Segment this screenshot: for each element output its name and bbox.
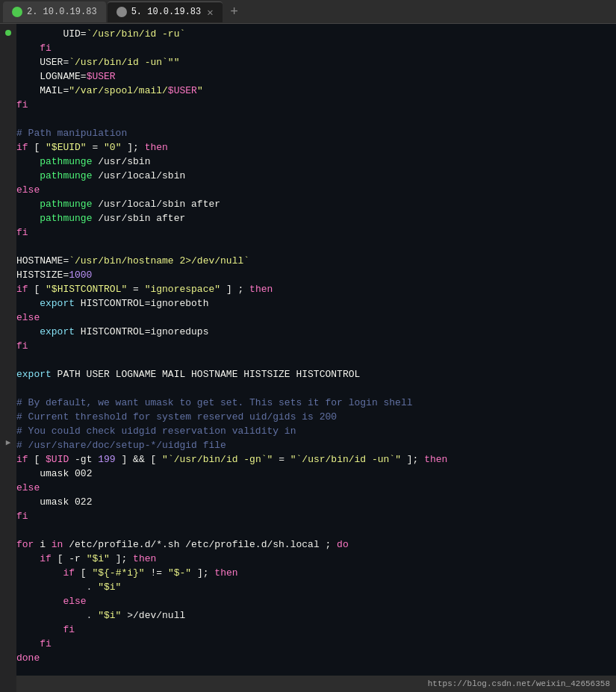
check-indicator bbox=[5, 30, 11, 36]
code-line bbox=[16, 381, 616, 396]
code-line: fi bbox=[16, 637, 616, 651]
code-line: umask 002 bbox=[16, 467, 616, 481]
code-line: # /usr/share/doc/setup-*/uidgid file bbox=[16, 438, 616, 452]
code-line: export HISTCONTROL=ignoredups bbox=[16, 325, 616, 339]
code-line: HOSTNAME=`/usr/bin/hostname 2>/dev/null` bbox=[16, 254, 616, 268]
tab-bar: 2. 10.0.19.83 5. 10.0.19.83 ✕ + bbox=[0, 0, 616, 24]
code-line: # Path manipulation bbox=[16, 126, 616, 140]
code-line: fi bbox=[16, 225, 616, 240]
code-line: pathmunge /usr/sbin bbox=[16, 155, 616, 169]
status-url: https://blog.csdn.net/weixin_42656358 bbox=[428, 679, 610, 688]
code-line: else bbox=[16, 594, 616, 608]
tab-2-icon bbox=[116, 7, 127, 17]
main-container: ▶ UID=`/usr/bin/id -ru` fi USER=`/usr/bi… bbox=[0, 24, 616, 692]
status-bar: https://blog.csdn.net/weixin_42656358 bbox=[16, 676, 616, 692]
code-line: fi bbox=[16, 623, 616, 637]
code-line: # By default, we want umask to get set. … bbox=[16, 396, 616, 410]
code-line: if [ -r "$i" ]; then bbox=[16, 552, 616, 566]
code-line: if [ $UID -gt 199 ] && [ "`/usr/bin/id -… bbox=[16, 452, 616, 467]
tab-2-close[interactable]: ✕ bbox=[201, 6, 213, 19]
tab-1-icon bbox=[12, 7, 22, 17]
code-line: fi bbox=[16, 339, 616, 353]
code-line bbox=[16, 353, 616, 367]
code-line: MAIL="/var/spool/mail/$USER" bbox=[16, 84, 616, 98]
tab-2[interactable]: 5. 10.0.19.83 ✕ bbox=[108, 1, 223, 22]
plus-icon: + bbox=[230, 4, 238, 19]
code-line: umask 022 bbox=[16, 495, 616, 509]
code-line: else bbox=[16, 183, 616, 197]
code-line: LOGNAME=$USER bbox=[16, 69, 616, 84]
code-line: pathmunge /usr/sbin after bbox=[16, 211, 616, 225]
code-line: fi bbox=[16, 41, 616, 55]
code-line: done bbox=[16, 651, 616, 665]
code-line: . "$i" >/dev/null bbox=[16, 608, 616, 623]
code-line: else bbox=[16, 481, 616, 495]
left-sidebar: ▶ bbox=[0, 24, 16, 692]
code-line: if [ "$EUID" = "0" ]; then bbox=[16, 140, 616, 155]
arrow-indicator: ▶ bbox=[6, 437, 11, 447]
code-line: pathmunge /usr/local/sbin after bbox=[16, 197, 616, 211]
code-line: # You could check uidgid reservation val… bbox=[16, 424, 616, 438]
code-line: . "$i" bbox=[16, 580, 616, 594]
code-line: export PATH USER LOGNAME MAIL HOSTNAME H… bbox=[16, 367, 616, 381]
code-line: fi bbox=[16, 98, 616, 112]
code-line: export HISTCONTROL=ignoreboth bbox=[16, 296, 616, 311]
code-line bbox=[16, 112, 616, 126]
code-line: # Current threshold for system reserved … bbox=[16, 410, 616, 424]
code-line: HISTSIZE=1000 bbox=[16, 268, 616, 282]
code-line: for i in /etc/profile.d/*.sh /etc/profil… bbox=[16, 537, 616, 552]
code-line: if [ "${-#*i}" != "$-" ]; then bbox=[16, 566, 616, 580]
tab-2-label: 5. 10.0.19.83 bbox=[131, 7, 202, 17]
tab-1-label: 2. 10.0.19.83 bbox=[27, 7, 97, 17]
code-line: if [ "$HISTCONTROL" = "ignorespace" ] ; … bbox=[16, 282, 616, 296]
tab-add-button[interactable]: + bbox=[224, 1, 245, 22]
code-line: else bbox=[16, 311, 616, 325]
code-line: USER=`/usr/bin/id -un`"" bbox=[16, 55, 616, 69]
code-editor[interactable]: UID=`/usr/bin/id -ru` fi USER=`/usr/bin/… bbox=[16, 24, 616, 692]
code-line: UID=`/usr/bin/id -ru` bbox=[16, 27, 616, 41]
code-line: pathmunge /usr/local/sbin bbox=[16, 169, 616, 183]
tab-1[interactable]: 2. 10.0.19.83 bbox=[3, 1, 106, 22]
code-line bbox=[16, 523, 616, 537]
code-line: fi bbox=[16, 509, 616, 523]
code-line bbox=[16, 240, 616, 254]
